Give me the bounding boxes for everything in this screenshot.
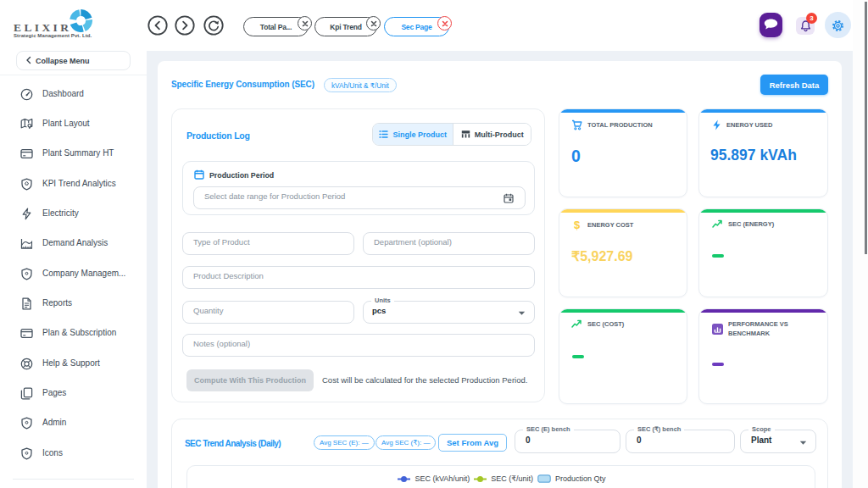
svg-text:$: $: [574, 219, 581, 230]
